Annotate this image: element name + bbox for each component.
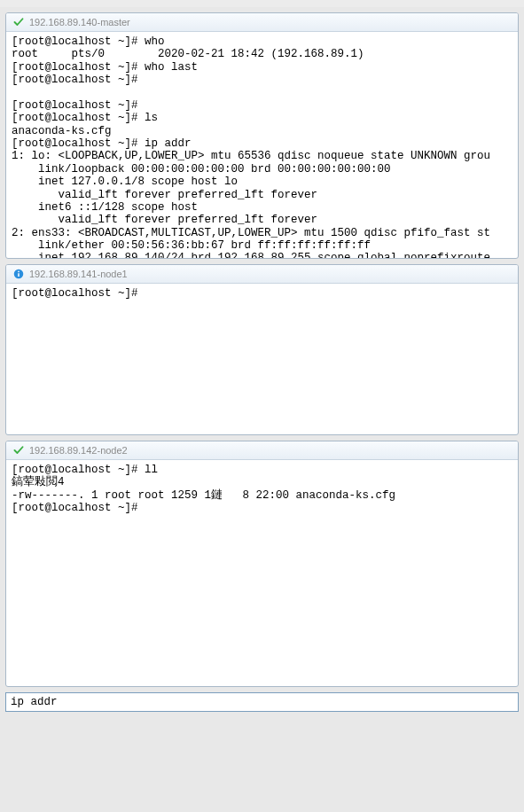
- pane-title: 192.168.89.142-node2: [29, 445, 128, 456]
- svg-rect-2: [18, 271, 20, 273]
- check-icon: [13, 17, 24, 27]
- pane-title: 192.168.89.141-node1: [29, 269, 128, 279]
- terminal-output[interactable]: [root@localhost ~]#: [6, 284, 518, 434]
- check-icon: [13, 445, 24, 456]
- pane-header[interactable]: 192.168.89.141-node1: [6, 265, 518, 284]
- terminal-output[interactable]: [root@localhost ~]# ll 鎬荤敤閲4 -rw-------.…: [6, 460, 518, 686]
- terminal-pane-master: 192.168.89.140-master [root@localhost ~]…: [5, 12, 519, 259]
- pane-title: 192.168.89.140-master: [29, 17, 130, 27]
- terminal-pane-node1: 192.168.89.141-node1 [root@localhost ~]#: [5, 264, 519, 435]
- command-input-value: ip addr: [11, 696, 58, 708]
- info-icon: [13, 269, 24, 279]
- tab-strip: [0, 0, 524, 7]
- terminal-pane-node2: 192.168.89.142-node2 [root@localhost ~]#…: [5, 441, 519, 687]
- pane-header[interactable]: 192.168.89.142-node2: [6, 441, 518, 460]
- svg-rect-1: [18, 273, 20, 277]
- command-input[interactable]: ip addr: [5, 692, 519, 712]
- terminal-output[interactable]: [root@localhost ~]# who root pts/0 2020-…: [6, 32, 518, 258]
- pane-header[interactable]: 192.168.89.140-master: [6, 13, 518, 32]
